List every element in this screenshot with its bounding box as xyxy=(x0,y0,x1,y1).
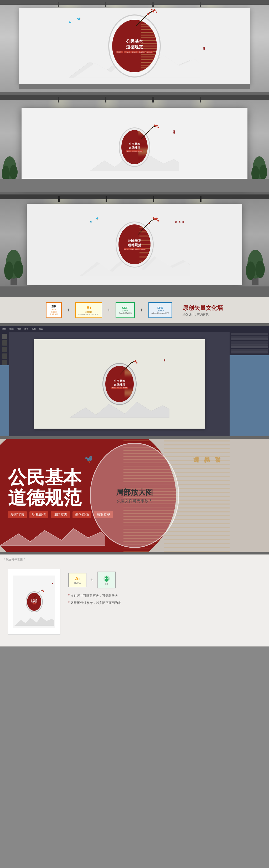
svg-point-32 xyxy=(154,218,156,220)
panel-row-7 xyxy=(231,349,268,351)
tool-4[interactable] xyxy=(2,353,7,359)
title-2: 公民基本 道德规范 xyxy=(129,142,140,150)
text-col-1: 讲文明 树新风 促和谐 xyxy=(203,45,205,46)
tags-3: 爱国守法 明礼诚信 团结友善 勤俭自强 xyxy=(124,248,145,250)
zoom-section: 公民基本 道德规范 爱国守法 明礼诚信 团结友善 勤俭自强 敬业奉献 讲文明 树… xyxy=(0,439,269,552)
ai-menu-window[interactable]: 窗口 xyxy=(39,328,43,330)
cdr-full: CorelDRAW X3 xyxy=(119,312,131,314)
tag-4: 勤俭自强 xyxy=(138,51,145,53)
wall-board-2: 公民基本 道德规范 爱国守法 明礼诚信 团结友善 xyxy=(22,108,247,187)
tool-2[interactable] xyxy=(2,340,7,346)
format-sub-title: 原创设计，请勿转载 xyxy=(182,312,209,316)
fixture-2c xyxy=(153,97,154,102)
ai-menu-object[interactable]: 对象 xyxy=(17,328,21,330)
svg-point-5 xyxy=(147,13,149,15)
ai-menu-edit[interactable]: 编辑 xyxy=(9,328,14,330)
cdr-badge: CDR X3.mm CorelDRAW X3 xyxy=(115,302,135,318)
ai-panel-content xyxy=(230,332,269,355)
cdr-logo-icon xyxy=(103,575,110,583)
ai-canvas-area: 公民基本 道德规范 爱国守法 明礼诚信 团结友善 xyxy=(9,332,230,436)
panel-row-6 xyxy=(231,346,268,348)
fix-3d xyxy=(200,196,201,202)
fixture-2b xyxy=(105,97,106,102)
wall-mockup-2: 公民基本 道德规范 爱国守法 明礼诚信 团结友善 xyxy=(0,95,269,192)
svg-point-3 xyxy=(153,11,154,12)
flat-mini-circle: 公民基本 道德规范 爱国 守法 xyxy=(26,591,43,612)
svg-point-4 xyxy=(156,11,157,13)
fmtag-2: 守法 xyxy=(34,603,36,604)
culture-design-2: 公民基本 道德规范 爱国守法 明礼诚信 团结友善 xyxy=(90,121,179,174)
flat-ai-label: Ai xyxy=(75,576,80,582)
svg-point-27 xyxy=(246,261,255,280)
zoom-overlay-circle: 局部放大图 矢量文件可无限放大 xyxy=(90,443,179,548)
flat-mini-mountains xyxy=(14,615,54,627)
zip-sub: 压缩包包含全部文件及文字 xyxy=(50,309,58,316)
ai-full: Adobe Illustrator CC2015 xyxy=(78,313,99,315)
canvas-circle: 公民基本 道德规范 爱国守法 明礼诚信 团结友善 xyxy=(102,363,137,405)
plus-1: + xyxy=(67,307,70,313)
tag-2: 明礼诚信 xyxy=(124,51,131,53)
ztag-4: 勤俭自强 xyxy=(72,511,92,518)
ai-label: Ai xyxy=(86,305,91,311)
ai-menu-file[interactable]: 文件 xyxy=(2,328,6,330)
tags-2: 爱国守法 明礼诚信 团结友善 xyxy=(126,150,143,152)
zoom-bird: 🐦 xyxy=(84,455,93,463)
ceiling-2 xyxy=(0,95,269,100)
right-text-2: 讲文明 树新风 促和谐 xyxy=(173,129,175,131)
ai-menu-view[interactable]: 视图 xyxy=(32,328,36,330)
note-2-text: 效果图仅供参考，以实际平面图为准 xyxy=(71,601,121,605)
tool-1[interactable] xyxy=(2,334,7,339)
note-2-star: * xyxy=(68,601,70,605)
flat-label: * 源文件平面图 * xyxy=(4,558,25,562)
svg-point-43 xyxy=(41,590,42,591)
ai-editor-section: 文件 编辑 对象 文字 视图 窗口 xyxy=(0,326,269,436)
tool-5[interactable] xyxy=(2,360,7,365)
divider-2 xyxy=(0,192,269,194)
flat-plus: + xyxy=(90,577,94,583)
ztag-3: 团结友善 xyxy=(51,511,70,518)
svg-point-19 xyxy=(158,127,159,128)
ai-menu-type[interactable]: 文字 xyxy=(24,328,28,330)
svg-marker-41 xyxy=(14,617,54,626)
svg-point-24 xyxy=(14,261,23,278)
culture-design-3: 公民基本 道德规范 爱国守法 明礼诚信 团结友善 勤俭自强 xyxy=(79,210,190,279)
tag-5: 敬业奉献 xyxy=(146,51,153,53)
canvas-tags: 爱国守法 明礼诚信 团结友善 xyxy=(111,387,128,389)
light-fixture-4 xyxy=(200,2,201,7)
flat-mini-branch xyxy=(31,589,44,599)
branch-decor-1 xyxy=(128,8,160,29)
ai-badge: Ai CC2015 Adobe Illustrator CC2015 xyxy=(75,302,102,318)
ctag-2: 明礼诚信 xyxy=(117,387,122,389)
svg-point-6 xyxy=(149,12,150,14)
svg-point-28 xyxy=(255,261,265,278)
svg-point-7 xyxy=(151,9,153,10)
tag-2a: 爱国守法 xyxy=(126,150,132,152)
ai-right-panel xyxy=(230,332,269,355)
tag-3d: 勤俭自强 xyxy=(140,248,145,250)
floor-3 xyxy=(0,286,269,294)
tag-3c: 团结友善 xyxy=(135,248,140,250)
flat-preview: 公民基本 道德规范 爱国 守法 xyxy=(8,569,60,634)
ai-version: CC2015 xyxy=(86,311,92,313)
zip-badge: ZIP 压缩包包含全部文件及文字 xyxy=(46,302,62,318)
light-fixture-3 xyxy=(153,2,154,7)
note-1-star: * xyxy=(68,594,70,598)
tool-3[interactable] xyxy=(2,347,7,352)
panel-row-4 xyxy=(231,341,268,343)
fmtag-1: 爱国 xyxy=(33,603,34,604)
fixture-2a xyxy=(58,97,59,102)
panel-row-5 xyxy=(231,343,268,346)
canvas-branch xyxy=(114,360,138,376)
title-3: 公民基本 道德规范 xyxy=(128,239,141,248)
svg-point-35 xyxy=(148,223,150,224)
divider-6 xyxy=(0,552,269,555)
cdr-label: CDR xyxy=(122,306,129,309)
svg-point-11 xyxy=(10,165,18,180)
divider-3 xyxy=(0,294,269,297)
format-section: ZIP 压缩包包含全部文件及文字 + Ai CC2015 Adobe Illus… xyxy=(0,297,269,323)
canvas-design: 公民基本 道德规范 爱国守法 明礼诚信 团结友善 xyxy=(67,347,172,421)
tag-1: 爱国守法 xyxy=(116,51,123,53)
svg-point-33 xyxy=(157,220,159,221)
flat-software-row: Ai cc2015 + x3 xyxy=(68,571,261,588)
tag-3a: 爱国守法 xyxy=(124,248,129,250)
